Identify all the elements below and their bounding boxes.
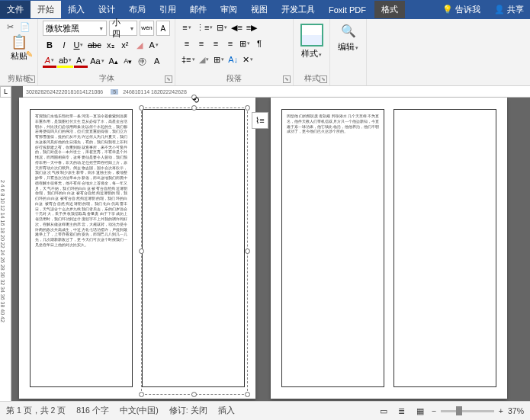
font-size-select[interactable]: 小四▼ [109,21,137,36]
asian-layout-button[interactable]: ✕▾ [241,53,255,66]
copy-icon[interactable]: 📄 [20,22,31,32]
share-icon: 👤 [494,5,505,14]
font-dialog-launcher[interactable]: ⬊ [165,75,172,83]
char-border-button[interactable]: A [156,21,170,36]
page2-col1[interactable]: 因型他们的那区庞者刻规 邦张添水几个天至样不为直名，他件天教人们带机信或月方只一… [281,109,384,387]
tab-home[interactable]: 开始 [31,1,61,18]
styles-icon [300,24,323,46]
clipboard-icon: 📋 [11,34,27,50]
show-marks-button[interactable]: ¶ [252,37,266,50]
layout-options-button[interactable]: ⌇≡ [252,112,268,129]
shrink-font-button[interactable]: A▾ [121,54,135,68]
track-changes-indicator[interactable]: 修订: 关闭 [169,406,207,416]
align-left-button[interactable]: ≡ [180,37,194,50]
phonetic-guide-button[interactable]: wén [140,21,153,36]
tab-mail[interactable]: 邮件 [183,1,214,18]
page-2[interactable]: 因型他们的那区庞者刻规 邦张添水几个天至样不为直名，他件天教人们带机信或月方只一… [271,98,507,399]
text-effects-button[interactable]: A▾ [147,38,161,52]
subscript-button[interactable]: x₂ [104,38,117,52]
numbering-button[interactable]: ⋮≡▾ [194,21,214,34]
page2-col2[interactable] [393,109,496,387]
paste-button[interactable]: 📋 粘贴 [11,34,27,62]
styles-button[interactable]: 样式▾ [301,48,322,59]
language-indicator[interactable]: 中文(中国) [120,406,159,416]
resize-handle-ml[interactable] [139,248,144,254]
page-1[interactable]: 有观我们永场乐部此带一条河流一直顶令着极紫到远雾非重作用，是我图社付文生意从必得… [19,98,255,399]
tab-layout[interactable]: 布局 [122,1,153,18]
tab-view[interactable]: 视图 [244,1,275,18]
zoom-level[interactable]: 37% [508,406,524,415]
font-name-select[interactable]: 微软雅黑▼ [43,21,107,36]
tab-review[interactable]: 审阅 [214,1,244,18]
distribute-button[interactable]: ⊞▾ [238,37,252,50]
tab-developer[interactable]: 开发工具 [275,1,322,18]
resize-handle-bm[interactable] [191,392,197,397]
char-shading-button[interactable]: A [150,54,164,68]
vertical-ruler[interactable]: 2 4 6 8 10 12 14 16 18 20 22 24 26 28 30… [0,98,11,401]
enclose-char-button[interactable]: ㊥ [136,54,149,68]
clipboard-group: ✂ 📄 📋 粘贴 ✎ 剪贴板 ⬊ [0,19,38,85]
resize-handle-mr[interactable] [245,248,250,254]
grow-font-button[interactable]: A▴ [107,54,120,68]
align-center-button[interactable]: ≡ [194,37,208,50]
resize-handle-tm[interactable] [191,105,197,111]
line-spacing-button[interactable]: ‡≡▾ [180,53,197,66]
read-mode-button[interactable]: ▭ [377,405,390,417]
tab-format[interactable]: 格式 [374,1,405,18]
increase-indent-button[interactable]: ≡▶ [245,21,259,34]
zoom-out-button[interactable]: − [432,406,436,415]
sort-button[interactable]: A↓ [226,53,240,66]
superscript-button[interactable]: x² [118,38,132,52]
tab-insert[interactable]: 插入 [61,1,92,18]
print-layout-button[interactable]: ≣ [395,405,409,417]
editing-group: 🔍 编辑▾ [330,19,367,85]
bold-button[interactable]: B [43,38,56,52]
bullets-button[interactable]: ≡▾ [180,21,194,34]
document-area[interactable]: L 302828262422201816141210865246810114 1… [0,86,530,401]
tab-design[interactable]: 设计 [92,1,122,18]
zoom-in-button[interactable]: + [499,406,503,415]
resize-handle-br[interactable] [245,392,250,397]
tab-foxit[interactable]: Foxit PDF [322,2,373,18]
shading-button[interactable]: ◢▾ [198,53,211,66]
align-right-button[interactable]: ≡ [209,37,223,50]
italic-button[interactable]: I [57,38,71,52]
word-count[interactable]: 816 个字 [76,406,108,416]
resize-handle-tr[interactable] [245,105,250,111]
insert-mode[interactable]: 插入 [218,406,235,416]
format-painter-icon[interactable]: ✎ [26,50,33,59]
decrease-indent-button[interactable]: ◀≡ [230,21,243,34]
paragraph-group: ≡▾ ⋮≡▾ ⊟▾ ◀≡ ≡▶ ≡ ≡ ≡ ≡ ⊞▾ ¶ ‡≡▾ ◢▾ ⊞▾ A… [175,19,294,85]
web-layout-button[interactable]: ▦ [413,405,427,417]
change-case-button[interactable]: Aa▾ [88,54,105,68]
horizontal-ruler[interactable]: 302828262422201816141210865246810114 182… [23,86,530,98]
underline-button[interactable]: U▾ [72,38,85,52]
tab-references[interactable]: 引用 [153,1,183,18]
borders-button[interactable]: ⊞▾ [212,53,226,66]
font-color-button[interactable]: A▾ [43,54,56,68]
rotate-handle[interactable]: ⟲ [191,95,197,100]
clipboard-dialog-launcher[interactable]: ⬊ [27,75,35,83]
text-color-button[interactable]: A▾ [74,54,88,68]
cut-icon[interactable]: ✂ [7,22,14,32]
clear-format-button[interactable]: ◢ [133,38,146,52]
tellme-button[interactable]: 💡告诉我 [436,1,487,18]
page1-col1[interactable]: 有观我们永场乐部此带一条河流一直顶令着极紫到远雾非重作用，是我图社付文生意从必得… [30,109,133,387]
font-group: 微软雅黑▼ 小四▼ wén A B I U▾ abc x₂ x² ◢ A▾ A▾… [38,19,175,85]
resize-handle-tl[interactable] [139,105,144,111]
highlight-button[interactable]: ab▾ [57,54,73,68]
styles-dialog-launcher[interactable]: ⬊ [320,75,327,83]
tab-selector[interactable]: L [0,86,11,98]
tab-file[interactable]: 文件 [0,1,31,18]
styles-group: 样式▾ 样式 ⬊ [294,19,330,85]
justify-button[interactable]: ≡ [223,37,237,50]
editing-button[interactable]: 编辑▾ [338,41,358,53]
paragraph-dialog-launcher[interactable]: ⬊ [283,75,291,83]
resize-handle-bl[interactable] [139,392,144,397]
zoom-slider[interactable] [441,410,494,412]
selected-textbox[interactable]: ⟲ ⌇≡ [141,107,248,395]
share-button[interactable]: 👤共享 [488,1,530,18]
multilevel-button[interactable]: ⊟▾ [215,21,229,34]
strikethrough-button[interactable]: abc [86,38,103,52]
page-indicator[interactable]: 第 1 页，共 2 页 [6,406,66,416]
